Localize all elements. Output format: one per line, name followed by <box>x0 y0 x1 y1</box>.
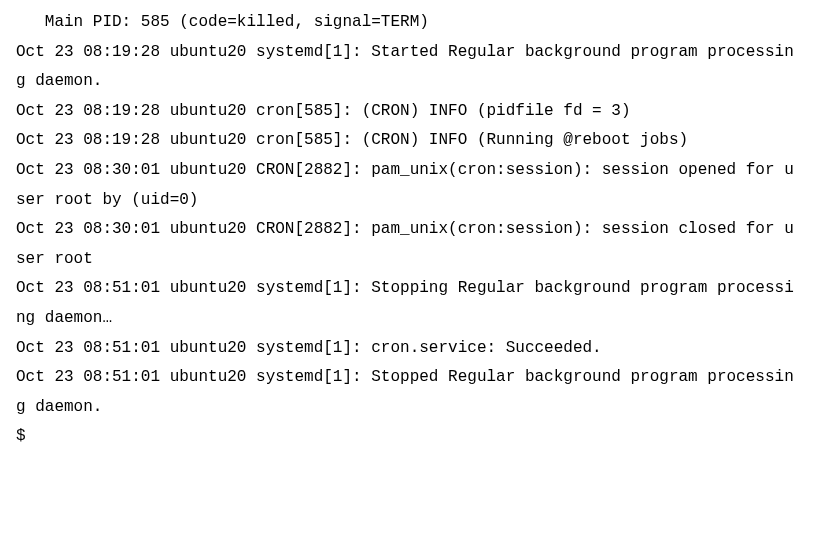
log-line: Oct 23 08:19:28 ubuntu20 cron[585]: (CRO… <box>16 126 801 156</box>
log-line: Oct 23 08:19:28 ubuntu20 cron[585]: (CRO… <box>16 97 801 127</box>
log-line: Oct 23 08:19:28 ubuntu20 systemd[1]: Sta… <box>16 38 801 97</box>
log-line: Oct 23 08:30:01 ubuntu20 CRON[2882]: pam… <box>16 156 801 215</box>
shell-prompt[interactable]: $ <box>16 422 801 452</box>
log-line: Oct 23 08:51:01 ubuntu20 systemd[1]: Sto… <box>16 274 801 333</box>
log-line: Oct 23 08:51:01 ubuntu20 systemd[1]: cro… <box>16 334 801 364</box>
log-line: Oct 23 08:51:01 ubuntu20 systemd[1]: Sto… <box>16 363 801 422</box>
log-line: Oct 23 08:30:01 ubuntu20 CRON[2882]: pam… <box>16 215 801 274</box>
main-pid-status: Main PID: 585 (code=killed, signal=TERM) <box>16 8 801 38</box>
